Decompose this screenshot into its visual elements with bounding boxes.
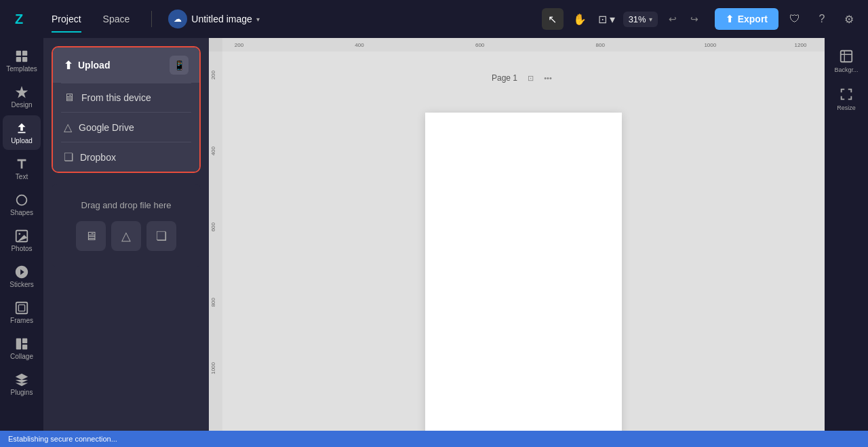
pan-tool-button[interactable]: ✋ — [569, 8, 591, 30]
sidebar-label-templates: Templates — [6, 65, 37, 73]
upload-button[interactable]: ⬆ Upload 📱 — [53, 47, 199, 83]
photos-icon — [14, 229, 29, 244]
templates-icon — [14, 49, 29, 64]
svg-rect-3 — [22, 57, 27, 62]
upload-panel: ⬆ Upload 📱 🖥 From this device △ Google D… — [43, 38, 209, 431]
svg-point-6 — [18, 233, 20, 235]
sidebar-icons: Templates Design Upload Text Shapes Phot… — [0, 38, 43, 431]
redo-button[interactable]: ↪ — [685, 9, 704, 28]
export-button[interactable]: ⬆ Export — [715, 8, 778, 30]
shield-icon-button[interactable]: 🛡 — [784, 8, 806, 30]
sidebar-label-plugins: Plugins — [11, 389, 33, 396]
svg-rect-1 — [22, 51, 27, 56]
right-panel-resize-label: Resize — [837, 104, 856, 111]
zoom-level: 31% — [629, 14, 646, 24]
resize-icon — [839, 87, 854, 102]
right-panel-resize[interactable]: Resize — [827, 81, 865, 117]
sidebar-label-photos: Photos — [11, 245, 32, 252]
topbar-right: ⬆ Export 🛡 ? ⚙ — [715, 8, 860, 30]
menu-label-dropbox: Dropbox — [80, 152, 116, 163]
sidebar-item-plugins[interactable]: Plugins — [3, 367, 41, 402]
upload-dropdown: ⬆ Upload 📱 🖥 From this device △ Google D… — [52, 46, 201, 173]
canvas-page — [425, 113, 622, 431]
select-tool-button[interactable]: ↖ — [542, 8, 564, 30]
app-wrapper: Z Project Space ☁ Untitled image ▾ ↖ ✋ ⊡… — [0, 0, 868, 447]
tab-space[interactable]: Space — [92, 8, 141, 30]
upload-btn-left: ⬆ Upload — [64, 59, 110, 72]
layout-tool-button[interactable]: ⊡ ▾ — [596, 8, 618, 30]
zoom-chevron-icon: ▾ — [649, 16, 652, 23]
drag-dropbox-button[interactable]: ❏ — [146, 221, 176, 251]
page-more-button[interactable]: ••• — [540, 71, 555, 85]
design-icon — [14, 85, 29, 100]
sidebar-item-photos[interactable]: Photos — [3, 223, 41, 258]
sidebar-item-templates[interactable]: Templates — [3, 43, 41, 78]
collage-icon — [14, 336, 29, 351]
svg-rect-11 — [22, 345, 27, 349]
drag-drop-text: Drag and drop file here — [81, 200, 172, 210]
zoom-control[interactable]: 31% ▾ — [623, 12, 658, 27]
statusbar-text: Establishing secure connection... — [8, 435, 117, 443]
doc-icon: ☁ — [168, 9, 187, 28]
undo-redo-group: ↩ ↪ — [663, 9, 704, 28]
sidebar-item-shapes[interactable]: Shapes — [3, 187, 41, 222]
tab-project[interactable]: Project — [41, 8, 92, 30]
upload-btn-icon: ⬆ — [64, 59, 73, 72]
right-panel-background[interactable]: Backgr... — [827, 43, 865, 79]
drag-drop-area: Drag and drop file here 🖥 △ ❏ — [52, 184, 201, 267]
upload-btn-label: Upload — [78, 60, 110, 71]
menu-item-google-drive[interactable]: △ Google Drive — [53, 113, 199, 142]
drag-drive-button[interactable]: △ — [111, 221, 141, 251]
sidebar-item-text[interactable]: Text — [3, 151, 41, 186]
drag-device-button[interactable]: 🖥 — [76, 221, 106, 251]
right-panel: Backgr... Resize — [825, 38, 868, 431]
svg-rect-10 — [22, 338, 27, 343]
settings-icon-button[interactable]: ⚙ — [838, 8, 860, 30]
svg-rect-7 — [16, 303, 28, 314]
topbar-tools: ↖ ✋ ⊡ ▾ 31% ▾ ↩ ↪ — [542, 8, 704, 30]
svg-rect-8 — [18, 305, 24, 311]
topbar-doc: ☁ Untitled image ▾ — [168, 9, 260, 28]
svg-rect-12 — [841, 51, 852, 62]
export-label: Export — [738, 14, 768, 24]
sidebar-item-stickers[interactable]: Stickers — [3, 259, 41, 294]
svg-rect-9 — [16, 338, 21, 350]
export-icon: ⬆ — [726, 14, 734, 24]
menu-label-from-device: From this device — [81, 92, 151, 103]
drag-drop-icons: 🖥 △ ❏ — [76, 221, 176, 251]
sidebar-label-design: Design — [11, 101, 32, 109]
sidebar-label-text: Text — [16, 173, 28, 180]
canvas-area: 200 400 600 800 1000 1200 200 400 600 80… — [209, 38, 825, 431]
page-copy-button[interactable]: ⊡ — [523, 71, 538, 85]
doc-title[interactable]: Untitled image — [191, 14, 252, 24]
statusbar: Establishing secure connection... — [0, 431, 868, 447]
doc-chevron-icon[interactable]: ▾ — [256, 16, 260, 23]
sidebar-item-frames[interactable]: Frames — [3, 295, 41, 330]
text-icon — [14, 157, 29, 172]
ruler-corner — [209, 38, 222, 52]
menu-label-google-drive: Google Drive — [79, 122, 134, 133]
monitor-icon: 🖥 — [64, 92, 75, 104]
page-action-buttons: ⊡ ••• — [523, 71, 555, 85]
sidebar-label-collage: Collage — [10, 353, 33, 360]
google-drive-icon: △ — [64, 121, 72, 134]
page-label: Page 1 — [492, 73, 517, 83]
svg-rect-0 — [16, 51, 21, 56]
right-panel-background-label: Backgr... — [834, 66, 858, 73]
undo-button[interactable]: ↩ — [663, 9, 682, 28]
sidebar-item-upload[interactable]: Upload — [3, 115, 41, 150]
sidebar-label-shapes: Shapes — [10, 209, 33, 216]
sidebar-label-upload: Upload — [11, 137, 33, 144]
app-logo: Z — [8, 8, 30, 30]
background-icon — [839, 49, 854, 64]
ruler-vertical: 200 400 600 800 1000 — [209, 52, 222, 431]
sidebar-item-collage[interactable]: Collage — [3, 331, 41, 366]
topbar: Z Project Space ☁ Untitled image ▾ ↖ ✋ ⊡… — [0, 0, 868, 38]
sidebar-item-design[interactable]: Design — [3, 79, 41, 114]
sidebar-label-stickers: Stickers — [9, 281, 34, 288]
menu-item-from-device[interactable]: 🖥 From this device — [53, 83, 199, 112]
topbar-tabs: Project Space — [41, 8, 140, 30]
help-icon-button[interactable]: ? — [811, 8, 833, 30]
menu-item-dropbox[interactable]: ❏ Dropbox — [53, 142, 199, 172]
ruler-horizontal: 200 400 600 800 1000 1200 — [222, 38, 825, 52]
